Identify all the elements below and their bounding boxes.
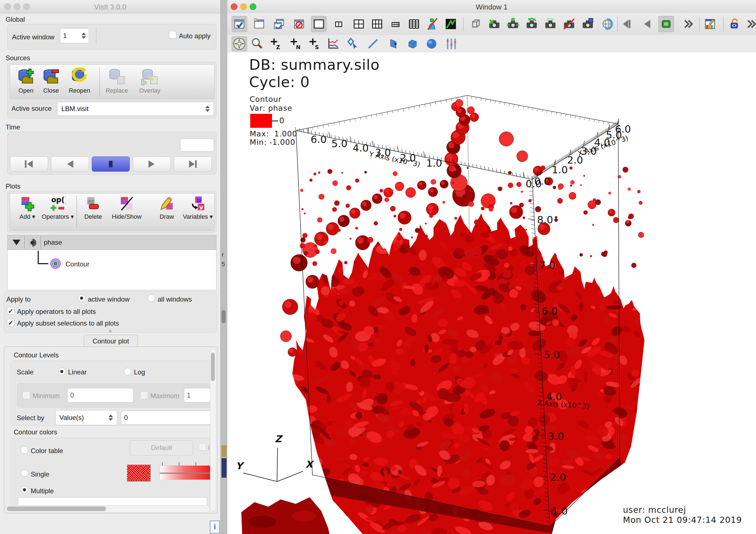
camera-reset-button[interactable] [543, 16, 558, 32]
line-tool-button[interactable] [365, 36, 381, 51]
layout-1x1-button[interactable] [311, 16, 327, 32]
delete-plot-button[interactable]: Delete [80, 196, 106, 220]
multiple-label[interactable]: Multiple [31, 487, 54, 495]
vscroll-thumb[interactable] [211, 353, 215, 381]
lineout-button[interactable] [325, 36, 341, 51]
select-by-combo[interactable]: Value(s) [55, 410, 117, 425]
clear-window-button[interactable] [291, 16, 307, 32]
contour-values-field[interactable]: 0 [121, 411, 213, 425]
draw-plot-button[interactable]: Draw [154, 196, 180, 220]
tab-contour-plot[interactable]: Contour plot [84, 335, 138, 348]
multiple-radio[interactable] [21, 486, 28, 494]
play-button[interactable] [133, 156, 171, 172]
reopen-database-button[interactable]: Reopen [68, 67, 92, 94]
active-window-button[interactable] [231, 16, 247, 32]
maximum-field[interactable]: 1 [184, 388, 211, 403]
recenter-view-button[interactable] [599, 16, 615, 32]
layout-4x4-button[interactable] [406, 16, 422, 32]
log-radio[interactable] [124, 368, 131, 375]
clone-window-button[interactable] [271, 16, 287, 32]
colortable-button[interactable] [702, 16, 718, 32]
axis-restriction-button[interactable] [444, 36, 459, 51]
hscroll-thumb[interactable] [7, 506, 106, 511]
maximum-checkbox[interactable] [140, 391, 148, 399]
camera-snapshot-button[interactable] [580, 16, 596, 32]
close-database-button[interactable]: Close [39, 67, 63, 94]
expand-triangle-icon[interactable] [13, 240, 20, 245]
anim-stop-button[interactable] [658, 16, 674, 32]
camera-disable-button[interactable] [561, 16, 577, 32]
plot-item-label[interactable]: Contour [66, 260, 89, 268]
panel-titlebar[interactable]: VisIt 3.0.0 [0, 0, 220, 13]
anim-play-reverse-button[interactable] [639, 16, 655, 32]
crosshair-n-button[interactable]: N [287, 36, 303, 51]
navigate-compass-button[interactable] [231, 36, 247, 51]
hide-toolbars-button[interactable] [424, 16, 440, 32]
pick-node-button[interactable] [345, 36, 361, 51]
zoom-mode-button[interactable] [249, 36, 265, 51]
apply-operators-label[interactable]: Apply operators to all plots [17, 308, 96, 315]
open-database-button[interactable]: Open [14, 67, 38, 94]
visibility-eye-icon[interactable] [27, 237, 38, 248]
new-window-button[interactable] [251, 16, 267, 32]
camera-rotate-button[interactable] [524, 16, 540, 32]
spinner-arrows-icon[interactable] [81, 33, 86, 39]
layout-1x2-button[interactable] [331, 16, 346, 32]
prev-frame-button[interactable] [10, 156, 48, 172]
all-windows-radio-label[interactable]: all windows [158, 295, 192, 303]
apply-subset-checkbox[interactable] [7, 319, 14, 327]
log-label[interactable]: Log [134, 368, 145, 376]
opacity-slider[interactable] [160, 466, 214, 480]
toolbar-overflow-button[interactable] [681, 16, 696, 32]
next-frame-button[interactable] [174, 156, 212, 172]
attributes-hscrollbar[interactable] [5, 505, 209, 513]
play-reverse-button[interactable] [51, 156, 89, 172]
all-windows-radio[interactable] [148, 294, 155, 302]
layout-3x4-button[interactable] [388, 16, 403, 32]
camera-unset-button[interactable] [487, 16, 502, 32]
output-window-icon[interactable]: i [210, 521, 220, 533]
stop-button[interactable] [92, 156, 130, 172]
linear-radio[interactable] [58, 368, 66, 375]
viewer-titlebar[interactable]: Window 1 [227, 0, 756, 13]
operators-button[interactable]: op()Operators ▾ [41, 196, 74, 220]
spin-view-button[interactable] [443, 16, 459, 32]
toolbar-overflow-button[interactable] [744, 16, 756, 32]
active-source-combo[interactable]: LBM.visit [57, 102, 214, 116]
single-radio[interactable] [21, 469, 28, 477]
color-table-radio[interactable] [21, 446, 28, 454]
active-window-radio[interactable] [78, 294, 85, 302]
hide-show-plot-button[interactable]: Hide/Show [114, 196, 140, 220]
invert-checkbox[interactable] [199, 443, 206, 451]
minimum-field[interactable]: 0 [67, 388, 134, 403]
layout-2x3-button[interactable] [369, 16, 385, 32]
minimum-checkbox[interactable] [23, 391, 30, 399]
camera-pan-button[interactable] [505, 16, 521, 32]
crosshair-s-button[interactable]: S [307, 36, 322, 51]
crosshair-z-button[interactable]: Z [268, 36, 284, 51]
plot-list-group-row[interactable]: phase [8, 235, 216, 250]
levels-list[interactable] [18, 497, 207, 506]
plane-tool-button[interactable] [385, 36, 401, 51]
default-colortable-button[interactable]: Default [130, 440, 193, 455]
active-window-spinner[interactable]: 1 [60, 28, 89, 43]
active-window-radio-label[interactable]: active window [88, 295, 129, 303]
box-tool-button[interactable] [405, 36, 420, 51]
attributes-vscrollbar[interactable] [210, 349, 216, 511]
lock-view-button[interactable] [727, 16, 742, 32]
linear-label[interactable]: Linear [68, 368, 87, 376]
variables-button[interactable]: uvVariables ▾ [181, 196, 214, 220]
timestep-back-button[interactable] [620, 16, 635, 32]
apply-operators-checkbox[interactable] [7, 307, 14, 315]
apply-subset-label[interactable]: Apply subset selections to all plots [17, 319, 119, 327]
sphere-tool-button[interactable] [424, 36, 439, 51]
cycle-field[interactable] [180, 139, 214, 151]
single-color-swatch[interactable] [127, 464, 151, 482]
add-plot-button[interactable]: Add ▾ [14, 196, 40, 220]
render-viewport[interactable]: 6.05.04.03.02.01.00.0Y Axis (x10^3)0.01.… [227, 52, 756, 534]
bbox-navigate-button[interactable] [468, 16, 483, 32]
single-label[interactable]: Single [31, 470, 49, 478]
color-table-label[interactable]: Color table [31, 447, 63, 455]
layout-2x2-button[interactable] [351, 16, 366, 32]
auto-apply-checkbox[interactable] [169, 31, 176, 39]
